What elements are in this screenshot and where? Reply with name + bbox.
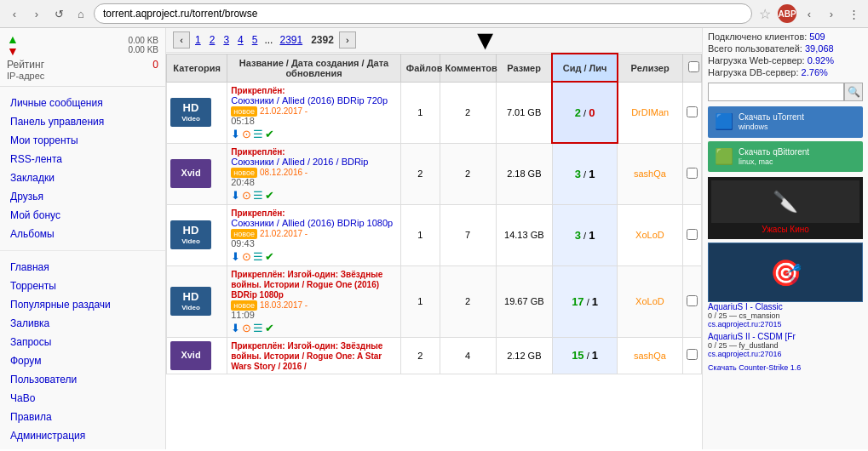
rss-icon[interactable]: ⊙ <box>242 250 251 263</box>
page-1[interactable]: 1 <box>192 33 204 47</box>
page-3[interactable]: 3 <box>220 33 233 47</box>
files-cell: 2 <box>400 143 440 204</box>
category-cell: HD Video <box>167 265 227 337</box>
sidebar-item-albums[interactable]: Альбомы <box>0 225 165 243</box>
next-page-button[interactable]: › <box>339 31 356 49</box>
sidebar-item-rss[interactable]: RSS-лента <box>0 150 165 168</box>
feed-icon[interactable]: ☰ <box>253 322 263 334</box>
content-area: ▼ ‹ 1 2 3 4 5 ... 2391 2392 › Категория … <box>166 28 702 449</box>
row-checkbox[interactable] <box>687 168 698 179</box>
sidebar-item-popular[interactable]: Популярные раздачи <box>0 295 165 314</box>
ip-label: IP-адрес <box>7 71 158 81</box>
download-icon[interactable]: ⬇ <box>231 128 240 140</box>
sidebar-item-rules[interactable]: Правила <box>0 408 165 426</box>
feed-icon[interactable]: ☰ <box>253 250 263 263</box>
sidebar: ▲ ▼ 0.00 KB 0.00 KB Рейтинг 0 IP-адрес Л… <box>0 28 166 449</box>
torrent-link[interactable]: Союзники / Allied (2016) BDRip 1080p <box>231 218 393 228</box>
row-checkbox[interactable] <box>687 349 698 360</box>
download-icon[interactable]: ⬇ <box>231 250 240 263</box>
arrow-up-icon[interactable]: ▲ <box>7 33 19 45</box>
rss-icon[interactable]: ⊙ <box>242 322 251 334</box>
torrent-date: 21.02.2017 - <box>260 106 308 116</box>
download-icon[interactable]: ⬇ <box>231 189 240 202</box>
sidebar-item-messages[interactable]: Личные сообщения <box>0 94 165 112</box>
releaser-link[interactable]: DrDIMan <box>631 107 669 117</box>
arrow-down-icon[interactable]: ▼ <box>7 45 19 57</box>
utorrent-button[interactable]: 🟦 Скачать uTorrent windows <box>708 106 863 138</box>
check-icon[interactable]: ✔ <box>265 189 274 202</box>
row-checkbox[interactable] <box>687 229 698 240</box>
releaser-link[interactable]: XoLoD <box>635 296 664 306</box>
forward-button[interactable]: › <box>27 4 46 23</box>
page-2391[interactable]: 2391 <box>276 33 306 47</box>
sidebar-item-upload[interactable]: Заливка <box>0 314 165 333</box>
check-icon[interactable]: ✔ <box>265 250 274 263</box>
sidebar-item-info[interactable]: Информация <box>0 445 165 449</box>
cs-link-1[interactable]: cs.aqproject.ru:27015 <box>708 320 863 328</box>
page-2[interactable]: 2 <box>206 33 219 47</box>
menu-button[interactable]: ⋮ <box>844 4 863 23</box>
sidebar-item-bonus[interactable]: Мой бонус <box>0 206 165 225</box>
search-button[interactable]: 🔍 <box>844 83 863 101</box>
horror-block[interactable]: 🔪 Ужасы Кино <box>708 177 863 239</box>
sidebar-item-mytorrents[interactable]: Мои торренты <box>0 131 165 150</box>
select-all-checkbox[interactable] <box>688 61 699 72</box>
seeds-cell: 17 / 1 <box>552 265 617 337</box>
seeds-value: 3 <box>575 168 581 180</box>
sidebar-item-home[interactable]: Главная <box>0 258 165 277</box>
cs-download-text[interactable]: Скачать Counter-Strike 1.6 <box>708 363 801 372</box>
releaser-link[interactable]: sashQa <box>634 351 666 361</box>
sidebar-item-friends[interactable]: Друзья <box>0 187 165 206</box>
sidebar-item-panel[interactable]: Панель управления <box>0 112 165 131</box>
abp-button[interactable]: ABP <box>778 4 796 23</box>
check-cell <box>682 82 701 143</box>
torrent-time: 20:48 <box>231 177 255 187</box>
comments-cell: 2 <box>440 82 496 143</box>
prev-page-button[interactable]: ‹ <box>173 31 190 49</box>
sidebar-item-faq[interactable]: ЧаВо <box>0 389 165 408</box>
torrent-time: 09:43 <box>231 238 255 248</box>
releaser-link[interactable]: sashQa <box>634 168 666 179</box>
page-4[interactable]: 4 <box>234 33 247 47</box>
check-icon[interactable]: ✔ <box>265 322 274 334</box>
category-badge: HD Video <box>170 220 211 249</box>
download-icon[interactable]: ⬇ <box>231 322 240 334</box>
forward-page-button[interactable]: › <box>822 4 841 23</box>
search-input[interactable] <box>708 83 844 101</box>
cs-title-1[interactable]: AquariuS I - Classic <box>708 302 863 311</box>
releaser-link[interactable]: XoLoD <box>635 230 664 240</box>
row-checkbox[interactable] <box>687 295 698 306</box>
bookmark-icon[interactable]: ☆ <box>756 6 774 22</box>
pagination: ▼ ‹ 1 2 3 4 5 ... 2391 2392 › <box>166 28 702 53</box>
sidebar-item-users[interactable]: Пользователи <box>0 370 165 389</box>
sidebar-item-requests[interactable]: Запросы <box>0 333 165 351</box>
home-button[interactable]: ⌂ <box>72 4 90 23</box>
address-bar[interactable] <box>94 3 752 24</box>
cs-link-2[interactable]: cs.aqproject.ru:27016 <box>708 350 863 358</box>
right-panel: Подключено клиентов: 509 Всего пользоват… <box>702 28 868 449</box>
feed-icon[interactable]: ☰ <box>253 189 263 202</box>
sidebar-item-forum[interactable]: Форум <box>0 351 165 370</box>
cs-download-link[interactable]: Скачать Counter-Strike 1.6 <box>708 362 863 372</box>
files-cell: 1 <box>400 82 440 143</box>
check-icon[interactable]: ✔ <box>265 128 274 140</box>
back-page-button[interactable]: ‹ <box>800 4 819 23</box>
sidebar-item-torrents[interactable]: Торренты <box>0 277 165 295</box>
rss-icon[interactable]: ⊙ <box>242 128 251 140</box>
torrent-link[interactable]: Союзники / Allied / 2016 / BDRip <box>231 157 368 167</box>
rss-icon[interactable]: ⊙ <box>242 189 251 202</box>
utorrent-sub: windows <box>739 123 804 133</box>
sidebar-item-bookmarks[interactable]: Закладки <box>0 168 165 187</box>
feed-icon[interactable]: ☰ <box>253 128 263 140</box>
page-5[interactable]: 5 <box>249 33 262 47</box>
refresh-button[interactable]: ↺ <box>49 4 68 23</box>
utorrent-text: Скачать uTorrent windows <box>739 111 804 133</box>
files-cell: 1 <box>400 204 440 265</box>
torrent-link[interactable]: Союзники / Allied (2016) BDRip 720p <box>231 95 388 106</box>
row-checkbox[interactable] <box>687 106 698 117</box>
qbittorrent-button[interactable]: 🟩 Скачать qBittorent linux, mac <box>708 141 863 173</box>
sidebar-item-admin[interactable]: Администрация <box>0 426 165 445</box>
back-button[interactable]: ‹ <box>5 4 24 23</box>
stat-clients: Подключено клиентов: 509 <box>708 31 863 42</box>
cs-title-2[interactable]: AquariuS II - CSDM [Fr <box>708 332 863 341</box>
